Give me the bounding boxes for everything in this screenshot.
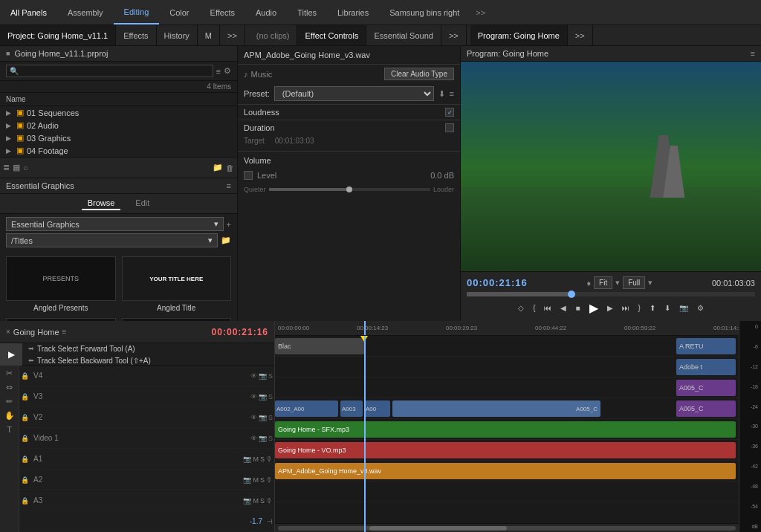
ec-duration-checkbox[interactable] <box>445 123 454 132</box>
ec-level-checkbox[interactable] <box>244 171 253 180</box>
project-search-box[interactable]: 🔍 <box>6 65 213 77</box>
monitor-playhead[interactable] <box>568 291 575 298</box>
nav-assembly[interactable]: Assembly <box>57 0 114 25</box>
cam-v3-icon[interactable]: 📷 <box>259 393 267 400</box>
eg-tab-edit[interactable]: Edit <box>129 197 155 210</box>
timeline-horizontal-scrollbar[interactable] <box>275 523 739 532</box>
v1-clip-main[interactable]: A005_C <box>392 400 600 417</box>
tab-noclips[interactable]: (no clips) <box>249 25 298 45</box>
sort-icon[interactable]: ○ <box>23 163 28 172</box>
lock-v1-icon[interactable]: 🔒 <box>21 435 29 442</box>
lift-button[interactable]: ⬆ <box>647 302 658 314</box>
eye-v1-icon[interactable]: 👁 <box>250 435 257 442</box>
delete-icon[interactable]: 🗑 <box>226 163 234 172</box>
lock-a1-icon[interactable]: 🔒 <box>21 455 29 463</box>
mute-a3-button[interactable]: M <box>253 497 259 505</box>
v1-clip-a003[interactable]: A003 <box>340 400 363 417</box>
selection-tool-button[interactable]: ▶ <box>0 343 22 366</box>
a3-clip-apm[interactable]: APM_Adobe_Going Home_v3.wav <box>275 463 736 479</box>
export-frame-button[interactable]: 📷 <box>676 302 691 314</box>
razor-tool-icon[interactable]: ✂ <box>4 367 14 380</box>
chevron-down-fit-icon[interactable]: ▾ <box>615 278 620 288</box>
tab-expand-middle[interactable]: >> <box>441 25 467 45</box>
monitor-menu-icon[interactable]: ≡ <box>751 49 755 58</box>
cam-v1-icon[interactable]: 📷 <box>259 435 267 442</box>
lock-a2-icon[interactable]: 🔒 <box>21 476 29 484</box>
mute-a2-button[interactable]: M <box>253 476 259 484</box>
tab-essential-sound[interactable]: Essential Sound <box>366 25 441 45</box>
eye-v4-icon[interactable]: 👁 <box>250 372 257 380</box>
go-to-in-button[interactable]: ⏮ <box>541 302 554 314</box>
ec-preset-save-icon[interactable]: ⬇ <box>438 89 445 99</box>
solo-a2-button[interactable]: S <box>260 476 265 484</box>
ec-loudness-checkbox[interactable]: ✓ <box>445 108 454 117</box>
settings-button[interactable]: ⚙ <box>694 302 707 314</box>
view-grid-icon[interactable]: ▦ <box>13 163 20 172</box>
nav-libraries[interactable]: Libraries <box>327 0 379 25</box>
track-volume-end-icon[interactable]: ⊣ <box>267 518 273 525</box>
ec-preset-select[interactable]: (Default) <box>274 86 434 101</box>
solo-v3-icon[interactable]: S <box>268 393 273 400</box>
ec-volume-thumb[interactable] <box>346 186 352 192</box>
scrollbar-track[interactable] <box>278 526 736 531</box>
track-select-backward-button[interactable]: ⬅ Track Select Backward Tool (⇧+A) <box>25 355 271 366</box>
stop-button[interactable]: ■ <box>572 302 583 314</box>
a2-clip-vo[interactable]: Going Home - VO.mp3 <box>275 442 736 458</box>
eg-item-angled-title[interactable]: YOUR TITLE HERE Angled Title <box>122 256 232 312</box>
tab-more-left[interactable]: M <box>198 25 220 45</box>
eye-v3-icon[interactable]: 👁 <box>250 393 257 400</box>
eg-dropdown1[interactable]: Essential Graphics ▾ <box>6 217 224 231</box>
cam-v4-icon[interactable]: 📷 <box>259 372 267 380</box>
nav-audio[interactable]: Audio <box>245 0 287 25</box>
lock-a3-icon[interactable]: 🔒 <box>21 497 29 505</box>
eye-v2-icon[interactable]: 👁 <box>250 414 257 421</box>
solo-a3-button[interactable]: S <box>260 497 265 505</box>
marker-icon[interactable]: ♦ <box>586 279 591 288</box>
nav-samsung-bins[interactable]: Samsung bins right <box>379 0 470 25</box>
go-to-out-button[interactable]: ⏭ <box>619 302 632 314</box>
play-button[interactable]: ▶ <box>586 299 601 317</box>
eg-folder-icon[interactable]: 📁 <box>221 236 231 245</box>
new-bin-icon[interactable]: 📁 <box>213 163 223 172</box>
mic-a2-icon[interactable]: 🎙 <box>266 476 273 484</box>
solo-v4-icon[interactable]: S <box>268 372 273 380</box>
project-settings-icon[interactable]: ⚙ <box>224 66 231 76</box>
v4-clip-return[interactable]: A RETU <box>676 338 736 354</box>
mic-a1-icon[interactable]: 🎙 <box>266 455 273 463</box>
folder-01-sequences[interactable]: ▶ ▣ 01 Sequences <box>0 106 237 119</box>
folder-04-footage[interactable]: ▶ ▣ 04 Footage <box>0 144 237 157</box>
cam-a1-icon[interactable]: 📷 <box>243 455 251 463</box>
nav-effects[interactable]: Effects <box>200 0 245 25</box>
monitor-progress-bar[interactable] <box>467 292 755 296</box>
lock-v4-icon[interactable]: 🔒 <box>21 372 29 380</box>
track-select-forward-button[interactable]: ➡ Track Select Forward Tool (A) <box>25 343 271 355</box>
eg-item-angled-presents[interactable]: PRESENTS Angled Presents <box>6 256 116 312</box>
v1-clip-end[interactable]: A005_C <box>676 400 736 417</box>
tab-effect-controls[interactable]: Effect Controls <box>297 25 366 45</box>
ec-clear-audio-button[interactable]: Clear Audio Type <box>384 68 454 80</box>
v3-clip-adobe[interactable]: Adobe t <box>676 359 736 375</box>
eg-tab-browse[interactable]: Browse <box>82 197 121 210</box>
v1-clip-a002[interactable]: A002_A00 <box>275 400 338 417</box>
a1-clip-sfx[interactable]: Going Home - SFX.mp3 <box>275 421 736 438</box>
solo-v1-icon[interactable]: S <box>268 435 273 442</box>
mark-out-button[interactable]: } <box>635 302 644 314</box>
eg-add-icon[interactable]: + <box>227 220 231 229</box>
nav-color[interactable]: Color <box>159 0 199 25</box>
scrollbar-thumb[interactable] <box>369 526 507 531</box>
eg-menu-icon[interactable]: ≡ <box>227 181 231 190</box>
timeline-close-icon[interactable]: × <box>6 328 10 336</box>
eg-dropdown2[interactable]: /Titles ▾ <box>6 233 218 247</box>
project-search-input[interactable] <box>19 67 210 75</box>
v1-clip-a00[interactable]: A00 <box>364 400 390 417</box>
ec-volume-slider[interactable] <box>269 188 430 191</box>
mute-a1-button[interactable]: M <box>253 455 259 463</box>
cam-a2-icon[interactable]: 📷 <box>243 476 251 484</box>
type-tool-icon[interactable]: T <box>5 424 13 435</box>
tab-program-monitor[interactable]: Program: Going Home <box>470 25 568 45</box>
slip-edit-icon[interactable]: ✏ <box>4 395 14 408</box>
list-view-icon[interactable]: ≡ <box>216 67 221 76</box>
step-back-button[interactable]: ◀ <box>557 302 569 314</box>
v4-clip-black[interactable]: Blac <box>275 338 364 354</box>
extract-button[interactable]: ⬇ <box>661 302 673 314</box>
